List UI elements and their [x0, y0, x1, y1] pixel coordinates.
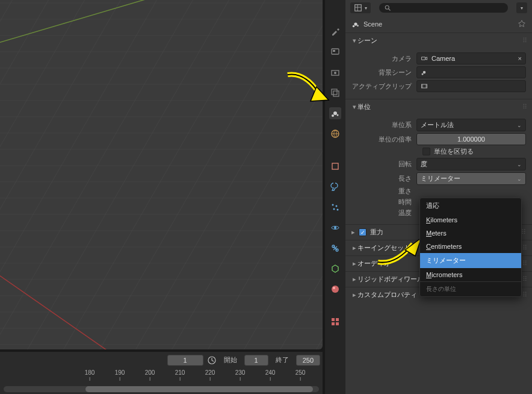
properties-panel: ▾ ▾ Scene ▾ シーン ⠿ カメラ Camera × [345, 0, 532, 394]
svg-point-19 [334, 227, 336, 229]
grip-icon: ⠿ [522, 103, 526, 111]
length-option-millimeters[interactable]: ミリメーター [420, 253, 521, 268]
tab-tool-icon[interactable] [329, 25, 341, 37]
length-unit-dropdown[interactable]: ミリメーター⌄ [416, 172, 526, 185]
ruler-tick: 240 [265, 369, 276, 381]
camera-icon [421, 55, 428, 62]
grip-icon: ⠿ [522, 260, 526, 267]
length-option-centimeters[interactable]: Centimeters [420, 240, 521, 253]
options-dropdown[interactable]: ▾ [516, 2, 527, 13]
tab-constraints-icon[interactable] [329, 242, 341, 254]
tab-physics-icon[interactable] [329, 222, 341, 234]
clear-camera-button[interactable]: × [518, 55, 522, 62]
svg-point-11 [332, 114, 334, 117]
svg-point-35 [422, 73, 424, 75]
tab-render-icon[interactable] [329, 46, 341, 58]
editor-type-dropdown[interactable]: ▾ [350, 2, 371, 13]
bg-scene-label: 背景シーン [351, 68, 416, 77]
svg-point-12 [337, 114, 339, 116]
svg-point-30 [385, 5, 389, 9]
mass-label: 重さ [351, 187, 416, 196]
length-option-micrometers[interactable]: Micrometers [420, 268, 521, 281]
ruler-tick: 200 [145, 369, 155, 381]
length-option-adaptive[interactable]: 適応 [420, 198, 521, 213]
tab-modifiers-icon[interactable] [329, 181, 341, 193]
ruler-tick: 230 [235, 369, 246, 381]
timeline-scrollbar[interactable] [4, 386, 319, 392]
camera-label: カメラ [351, 54, 416, 63]
svg-point-24 [333, 287, 335, 289]
svg-rect-9 [333, 91, 339, 96]
properties-icon [354, 4, 362, 12]
section-units-title: 単位 [357, 102, 371, 111]
ruler-tick: 250 [295, 369, 306, 381]
length-label: 長さ [351, 174, 416, 183]
tab-world-icon[interactable] [329, 128, 341, 140]
svg-rect-26 [336, 318, 339, 321]
svg-rect-5 [333, 50, 335, 52]
tab-object-icon[interactable] [329, 160, 341, 172]
start-label: 開始 [220, 354, 241, 366]
tab-output-icon[interactable] [329, 66, 341, 78]
unit-scale-field[interactable]: 1.000000 [416, 133, 526, 145]
grip-icon: ⠿ [522, 291, 526, 299]
tab-texture-icon[interactable] [329, 316, 341, 328]
svg-point-34 [423, 71, 426, 74]
svg-rect-27 [332, 322, 335, 325]
current-frame-field[interactable]: 1 [167, 355, 203, 366]
end-frame-field[interactable]: 250 [296, 355, 320, 366]
temp-label: 温度 [351, 208, 416, 217]
rotation-unit-dropdown[interactable]: 度⌄ [416, 158, 526, 170]
disclosure-open-icon: ▾ [351, 37, 357, 45]
tab-viewlayer-icon[interactable] [329, 87, 341, 99]
tab-particles-icon[interactable] [329, 201, 341, 213]
scrollbar-thumb[interactable] [85, 386, 312, 392]
properties-tabstrip [325, 0, 345, 394]
ruler-tick: 180 [85, 369, 95, 381]
camera-selector[interactable]: Camera × [416, 52, 526, 64]
timeline-ruler[interactable]: 180 190 200 210 220 230 240 250 [0, 369, 323, 384]
tab-scene-icon[interactable] [329, 107, 341, 119]
chevron-down-icon: ▾ [365, 5, 367, 11]
start-frame-field[interactable]: 1 [244, 355, 268, 366]
chevron-down-icon: ⌄ [517, 176, 522, 182]
section-units-header[interactable]: ▾ 単位 ⠿ [345, 99, 532, 114]
svg-point-16 [336, 205, 338, 207]
scene-small-icon [421, 69, 428, 76]
clip-selector[interactable] [416, 80, 526, 92]
separate-units-checkbox[interactable] [422, 148, 430, 155]
svg-point-33 [357, 25, 359, 27]
svg-rect-29 [355, 5, 362, 11]
disclosure-closed-icon: ▸ [351, 228, 355, 236]
svg-rect-8 [332, 89, 337, 95]
section-scene-header[interactable]: ▾ シーン ⠿ [345, 33, 532, 48]
length-option-meters[interactable]: Meters [420, 227, 521, 240]
unit-scale-label: 単位の倍率 [351, 135, 416, 144]
clip-label: アクティブクリップ [351, 82, 416, 91]
clip-icon [421, 83, 428, 90]
viewport-3d[interactable] [0, 0, 323, 349]
properties-search[interactable] [379, 3, 508, 13]
grid [0, 0, 323, 349]
gravity-checkbox[interactable]: ✓ [359, 228, 367, 236]
length-unit-menu: 適応 Kilometers Meters Centimeters ミリメーター … [419, 198, 522, 297]
tab-data-icon[interactable] [329, 263, 341, 275]
length-option-kilometers[interactable]: Kilometers [420, 213, 521, 227]
pin-icon[interactable] [518, 19, 526, 29]
unit-system-dropdown[interactable]: メートル法⌄ [416, 119, 526, 131]
svg-point-31 [354, 22, 357, 25]
svg-point-23 [332, 286, 339, 293]
svg-point-15 [332, 204, 334, 206]
ruler-tick: 210 [175, 369, 185, 381]
tab-material-icon[interactable] [329, 283, 341, 295]
disclosure-closed-icon: ▸ [351, 291, 357, 299]
search-icon [384, 4, 391, 11]
bg-scene-selector[interactable] [416, 66, 526, 78]
chevron-down-icon: ▾ [521, 5, 523, 11]
ruler-tick: 190 [115, 369, 125, 381]
disclosure-open-icon: ▾ [351, 103, 357, 111]
length-value: ミリメーター [421, 174, 460, 183]
unit-system-label: 単位系 [351, 120, 416, 130]
scene-icon [351, 20, 360, 28]
search-input[interactable] [395, 4, 503, 11]
